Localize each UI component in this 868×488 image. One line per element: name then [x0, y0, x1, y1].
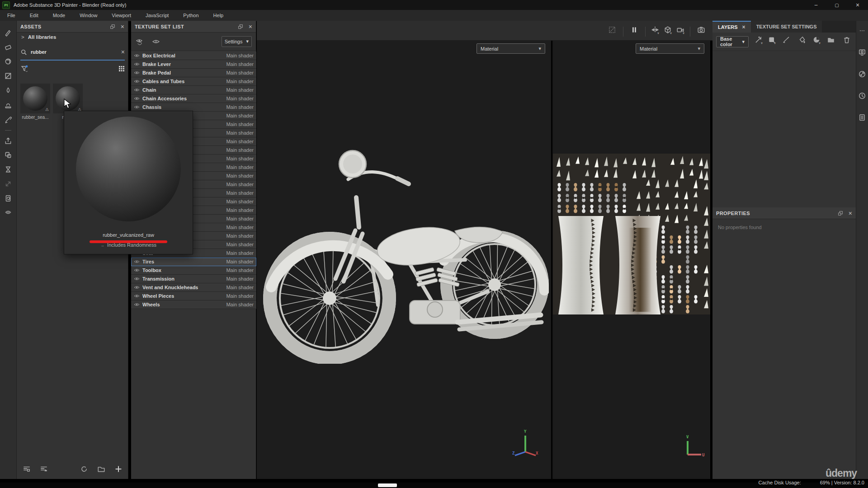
add-mask-icon[interactable]: ▾	[812, 34, 821, 45]
search-input[interactable]: rubber ×	[20, 46, 125, 58]
texture-set-row-wheels[interactable]: Wheels Main shader	[131, 300, 256, 309]
visibility-eye-icon[interactable]	[134, 62, 140, 66]
visibility-eye-icon[interactable]	[134, 302, 140, 307]
viewport-2d[interactable]: Material▾ V U	[552, 41, 710, 479]
panel-menu-icon[interactable]	[857, 25, 868, 36]
visibility-eye-icon[interactable]	[134, 285, 140, 290]
assets-title: ASSETS	[20, 24, 41, 29]
close-icon[interactable]: ×	[249, 23, 252, 30]
add-asset-icon[interactable]	[113, 464, 124, 474]
layers-list-empty[interactable]	[712, 51, 856, 207]
close-icon[interactable]: ×	[742, 24, 745, 30]
filter-funnel-icon[interactable]	[20, 65, 28, 73]
add-group-icon[interactable]	[826, 34, 836, 45]
texture-set-row-chain[interactable]: Chain Main shader	[131, 86, 256, 94]
add-fill-layer-icon[interactable]: ▾	[768, 34, 776, 45]
pause-icon[interactable]	[629, 24, 640, 35]
menu-javascript[interactable]: JavaScript	[138, 13, 176, 18]
asset-list-view[interactable]	[38, 464, 49, 474]
visibility-eye-icon[interactable]	[134, 259, 140, 264]
visibility-eye-icon[interactable]	[134, 96, 140, 101]
symmetry-icon[interactable]: ▾	[651, 24, 659, 35]
texture-set-name: Transmission	[142, 276, 175, 282]
texture-set-row-vent-and-knuckleheads[interactable]: Vent and Knuckleheads Main shader	[131, 283, 256, 292]
texture-set-row-cables-and-tubes[interactable]: Cables and Tubes Main shader	[131, 77, 256, 86]
chevron-down-icon: ▾	[698, 46, 700, 52]
reload-icon[interactable]	[79, 464, 90, 474]
popout-icon[interactable]	[238, 24, 243, 29]
add-effect-icon[interactable]	[797, 34, 807, 45]
visibility-eye-icon[interactable]	[152, 38, 160, 45]
eraser-tool-icon[interactable]	[3, 42, 14, 52]
popout-icon[interactable]	[838, 211, 843, 216]
tab-texture-set-settings[interactable]: TEXTURE SET SETTINGS	[751, 21, 822, 33]
toggle-all-visibility-icon[interactable]	[136, 38, 144, 45]
settings-dropdown[interactable]: Settings ▾	[222, 36, 252, 47]
visibility-eye-icon[interactable]	[134, 105, 140, 109]
document-sync-icon[interactable]	[3, 193, 14, 204]
assets-stack-icon[interactable]	[3, 150, 14, 160]
visibility-eye-icon[interactable]	[134, 268, 140, 272]
visibility-eye-icon[interactable]	[134, 88, 140, 92]
menu-window[interactable]: Window	[72, 13, 104, 18]
menu-help[interactable]: Help	[206, 13, 231, 18]
texture-set-row-toolbox[interactable]: Toolbox Main shader	[131, 266, 256, 275]
clear-search-icon[interactable]: ×	[121, 49, 125, 55]
visibility-eye-icon[interactable]	[134, 70, 140, 75]
texture-set-row-wheel-pieces[interactable]: Wheel Pieces Main shader	[131, 292, 256, 300]
library-selector[interactable]: > All libraries	[21, 34, 56, 40]
visibility-eye-icon[interactable]	[134, 53, 140, 58]
export-icon[interactable]	[3, 135, 14, 146]
shelf-icon[interactable]	[3, 207, 14, 218]
menu-file[interactable]: File	[0, 13, 23, 18]
menu-mode[interactable]: Mode	[46, 13, 73, 18]
shader-label: Main shader	[226, 104, 254, 110]
import-folder-icon[interactable]	[96, 464, 107, 474]
texture-set-row-transmission[interactable]: Transmission Main shader	[131, 275, 256, 283]
maximize-button[interactable]: ▢	[826, 0, 847, 10]
clone-tool-icon[interactable]	[3, 99, 14, 110]
channel-dropdown[interactable]: Base color ▾	[716, 36, 749, 47]
close-icon[interactable]: ×	[121, 23, 124, 30]
display-settings-icon[interactable]	[857, 47, 868, 58]
close-icon[interactable]: ×	[849, 210, 852, 216]
texture-set-row-brake-lever[interactable]: Brake Lever Main shader	[131, 60, 256, 69]
texture-set-row-box-electrical[interactable]: Box Electrical Main shader	[131, 52, 256, 60]
material-sphere-icon[interactable]	[857, 69, 868, 80]
close-button[interactable]: ×	[847, 0, 868, 10]
menu-python[interactable]: Python	[176, 13, 206, 18]
popout-icon[interactable]	[110, 24, 115, 29]
camera-icon[interactable]: ▾	[676, 24, 684, 35]
shader-label: Main shader	[226, 250, 254, 256]
add-paint-layer-icon[interactable]	[781, 34, 792, 45]
polygon-fill-tool-icon[interactable]	[3, 70, 14, 81]
paint-tool-icon[interactable]	[3, 27, 14, 38]
tab-layers[interactable]: LAYERS ×	[712, 21, 751, 33]
visibility-eye-icon[interactable]	[134, 294, 140, 298]
screenshot-icon[interactable]	[696, 24, 707, 35]
log-icon[interactable]	[857, 112, 868, 123]
asset-details-view[interactable]	[21, 464, 32, 474]
texture-set-row-tires[interactable]: Tires Main shader	[131, 258, 256, 266]
grid-view-icon[interactable]	[118, 66, 125, 72]
visibility-eye-icon[interactable]	[134, 277, 140, 281]
smudge-tool-icon[interactable]	[3, 85, 14, 96]
material-picker-tool-icon[interactable]	[3, 114, 14, 125]
delete-layer-icon[interactable]	[841, 34, 852, 45]
menu-edit[interactable]: Edit	[23, 13, 46, 18]
add-smart-material-icon[interactable]: ▾	[755, 34, 763, 45]
projection-cube-icon[interactable]: ▾	[664, 24, 672, 35]
history-icon[interactable]	[857, 90, 868, 101]
visibility-eye-icon[interactable]	[134, 79, 140, 84]
texture-set-row-chain-accessories[interactable]: Chain Accessories Main shader	[131, 94, 256, 103]
shading-mode-dropdown-3d[interactable]: Material▾	[476, 43, 545, 54]
shading-mode-dropdown-2d[interactable]: Material▾	[636, 43, 704, 54]
minimize-button[interactable]: –	[806, 0, 826, 10]
menu-viewport[interactable]: Viewport	[104, 13, 138, 18]
shader-label: Main shader	[226, 293, 254, 299]
hourglass-icon[interactable]	[3, 164, 14, 175]
asset-thumbnail[interactable]: ⁂	[20, 84, 50, 113]
texture-set-row-brake-pedal[interactable]: Brake Pedal Main shader	[131, 69, 256, 77]
viewport-3d[interactable]: Material▾	[257, 41, 551, 479]
projection-tool-icon[interactable]	[3, 56, 14, 67]
